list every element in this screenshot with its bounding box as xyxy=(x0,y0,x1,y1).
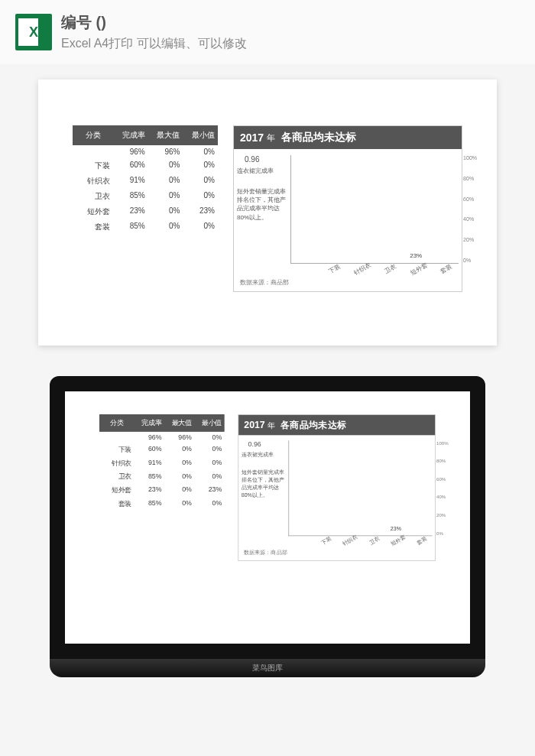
table-cell: 0% xyxy=(148,158,183,174)
table-cell: 卫衣 xyxy=(99,470,135,484)
chart-y-tick: 80% xyxy=(463,176,477,181)
table-cell: 91% xyxy=(113,174,148,189)
table-cell: 85% xyxy=(135,470,164,484)
th-category: 分类 xyxy=(73,125,113,145)
laptop-chart-sidebar: 0.96 连衣裙完成率 短外套销量完成率排名位下，其他产品完成率平均达 80%以… xyxy=(242,440,289,536)
chart-y-tick: 100% xyxy=(463,155,477,161)
chart-body: 0.96 连衣裙完成率 短外套销量完成率排名位下，其他产品完成率平均达 80%以… xyxy=(234,149,462,264)
chart-y-tick: 40% xyxy=(436,495,449,499)
th-max: 最大值 xyxy=(164,414,194,432)
table-cell: 96% xyxy=(148,145,183,158)
excel-file-icon: X xyxy=(15,14,52,50)
chart-sidebar: 0.96 连衣裙完成率 短外套销量完成率排名位下，其他产品完成率平均达 80%以… xyxy=(237,155,290,264)
table-cell xyxy=(99,432,135,443)
document-preview-card: 分类 完成率 最大值 最小值 96%96%0%下装60%0%0%针织衣91%0%… xyxy=(38,79,497,346)
table-cell: 60% xyxy=(113,158,148,174)
chart-footer: 数据来源：商品部 xyxy=(234,274,462,287)
chart-y-tick: 20% xyxy=(463,237,477,242)
table-row: 下装60%0%0% xyxy=(99,443,225,457)
laptop-chart-card: 2017 年 各商品均未达标 0.96 连衣裙完成率 短外套销量完成率排名位下，… xyxy=(238,414,436,561)
table-cell: 短外套 xyxy=(99,484,135,498)
table-cell: 23% xyxy=(135,484,164,498)
chart-max-value: 0.96 xyxy=(245,155,287,164)
table-row: 卫衣85%0%0% xyxy=(73,189,218,204)
table-cell: 23% xyxy=(194,484,224,498)
chart-title-bar: 2017 年 各商品均未达标 xyxy=(234,126,462,149)
page-header: X 编号 () Excel A4打印 可以编辑、可以修改 xyxy=(0,0,535,64)
chart-y-tick: 20% xyxy=(436,513,449,518)
table-cell: 23% xyxy=(183,204,218,219)
chart-y-tick: 60% xyxy=(463,196,477,202)
table-cell: 0% xyxy=(194,443,224,457)
laptop-chart-x-labels: 下装针织衣卫衣短外套套装 xyxy=(238,536,435,544)
th-max: 最大值 xyxy=(148,125,183,145)
laptop-chart-bars: 23% xyxy=(289,440,432,535)
table-row: 卫衣85%0%0% xyxy=(99,470,225,484)
table-cell: 0% xyxy=(194,497,224,511)
laptop-chart-plot-area: 23% 100%80%60%40%20%0% xyxy=(288,440,432,536)
table-cell: 0% xyxy=(148,204,183,219)
header-text-block: 编号 () Excel A4打印 可以编辑、可以修改 xyxy=(61,12,247,52)
table-row: 针织衣91%0%0% xyxy=(73,174,218,189)
chart-title-text: 各商品均未达标 xyxy=(280,419,346,431)
chart-y-tick: 0% xyxy=(463,258,477,263)
chart-year-suffix: 年 xyxy=(268,420,275,430)
content-row: 分类 完成率 最大值 最小值 96%96%0%下装60%0%0%针织衣91%0%… xyxy=(61,125,474,292)
table-cell: 0% xyxy=(164,443,194,457)
chart-x-labels: 下装针织衣卫衣短外套套装 xyxy=(234,264,462,274)
laptop-base: 菜鸟图库 xyxy=(50,659,485,677)
table-cell: 0% xyxy=(183,219,218,235)
table-cell: 套装 xyxy=(73,219,113,235)
laptop-data-table: 分类 完成率 最大值 最小值 96%96%0%下装60%0%0%针织衣91%0%… xyxy=(99,414,225,511)
chart-y-tick: 100% xyxy=(436,440,449,445)
table-cell: 91% xyxy=(135,456,164,470)
table-cell: 针织衣 xyxy=(99,456,135,470)
table-cell: 短外套 xyxy=(73,204,113,219)
page-title: 编号 () xyxy=(61,12,247,33)
chart-y-ticks: 100%80%60%40%20%0% xyxy=(463,155,477,263)
table-cell xyxy=(73,145,113,158)
table-row: 下装60%0%0% xyxy=(73,158,218,174)
laptop-chart-footer: 数据来源：商品部 xyxy=(238,545,435,556)
table-cell: 0% xyxy=(183,145,218,158)
laptop-table-body: 96%96%0%下装60%0%0%针织衣91%0%0%卫衣85%0%0%短外套2… xyxy=(99,432,225,511)
chart-max-label: 连衣裙完成率 xyxy=(237,167,287,175)
th-category: 分类 xyxy=(99,414,135,432)
table-cell: 0% xyxy=(164,497,194,511)
table-row: 针织衣91%0%0% xyxy=(99,456,225,470)
table-cell: 0% xyxy=(194,432,224,443)
table-cell: 0% xyxy=(164,456,194,470)
chart-bars: 23% xyxy=(291,155,459,263)
table-cell: 下装 xyxy=(99,443,135,457)
excel-x: X xyxy=(29,24,38,41)
table-cell: 0% xyxy=(183,189,218,204)
table-cell: 套装 xyxy=(99,497,135,511)
chart-bar-annotation: 23% xyxy=(410,252,422,259)
laptop-mockup: 分类 完成率 最大值 最小值 96%96%0%下装60%0%0%针织衣91%0%… xyxy=(50,376,485,677)
table-row: 96%96%0% xyxy=(99,432,225,443)
chart-y-tick: 80% xyxy=(436,459,449,463)
th-rate: 完成率 xyxy=(113,125,148,145)
laptop-brand: 菜鸟图库 xyxy=(252,663,283,673)
laptop-chart-y-ticks: 100%80%60%40%20%0% xyxy=(436,440,449,535)
table-cell: 85% xyxy=(113,219,148,235)
table-cell: 96% xyxy=(164,432,194,443)
chart-max-value: 0.96 xyxy=(248,440,286,448)
table-cell: 0% xyxy=(164,470,194,484)
chart-y-tick: 60% xyxy=(436,476,449,481)
chart-note: 短外套销量完成率排名位下，其他产品完成率平均达 80%以上。 xyxy=(237,187,287,222)
table-cell: 96% xyxy=(135,432,164,443)
chart-note: 短外套销量完成率排名位下，其他产品完成率平均达 80%以上。 xyxy=(242,469,286,498)
chart-bar-annotation: 23% xyxy=(391,526,401,532)
table-cell: 0% xyxy=(148,189,183,204)
table-cell: 0% xyxy=(148,174,183,189)
table-cell: 0% xyxy=(194,456,224,470)
chart-card: 2017 年 各商品均未达标 0.96 连衣裙完成率 短外套销量完成率排名位下，… xyxy=(233,125,462,292)
th-min: 最小值 xyxy=(194,414,224,432)
chart-title-text: 各商品均未达标 xyxy=(281,131,356,144)
data-table: 分类 完成率 最大值 最小值 96%96%0%下装60%0%0%针织衣91%0%… xyxy=(73,125,218,235)
chart-y-tick: 40% xyxy=(463,216,477,222)
table-header-row: 分类 完成率 最大值 最小值 xyxy=(73,125,218,145)
table-row: 套装85%0%0% xyxy=(99,497,225,511)
chart-plot-area: 23% 100%80%60%40%20%0% xyxy=(290,155,459,264)
